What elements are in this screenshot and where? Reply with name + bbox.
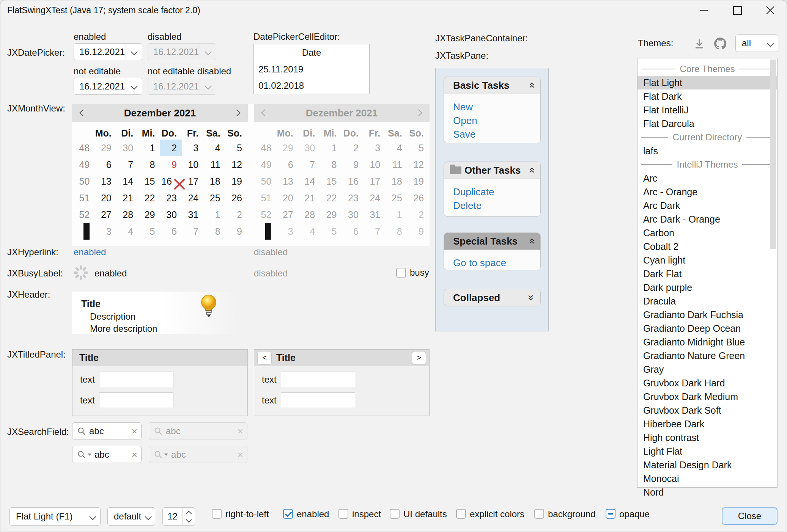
date-picker-value[interactable]: 16.12.2021 — [74, 81, 126, 92]
checkbox-opaque[interactable] — [606, 509, 615, 519]
collapse-icon[interactable]: » — [526, 82, 537, 88]
theme-item[interactable]: Cyan light — [637, 253, 777, 267]
taskpane-header[interactable]: Basic Tasks» — [444, 77, 540, 94]
text-input[interactable] — [99, 372, 173, 387]
day-cell[interactable]: 4 — [203, 140, 225, 156]
day-cell[interactable]: 2 — [160, 140, 182, 156]
theme-item[interactable]: Dracula — [637, 294, 777, 308]
date-picker-dropdown-button[interactable] — [126, 78, 142, 94]
task-link[interactable]: Duplicate — [453, 185, 540, 199]
date-picker-value[interactable]: 16.12.2021 — [74, 47, 126, 57]
theme-item[interactable]: Carbon — [637, 226, 777, 240]
maximize-button[interactable] — [725, 0, 749, 20]
month-prev-button[interactable] — [79, 110, 85, 117]
day-cell[interactable]: 30 — [160, 206, 182, 223]
theme-item[interactable]: Gradianto Midnight Blue — [637, 335, 777, 349]
close-button[interactable]: Close — [722, 507, 778, 525]
day-cell[interactable]: 29 — [138, 206, 160, 223]
day-cell[interactable]: 3 — [182, 140, 203, 156]
theme-item[interactable]: Flat Darcula — [637, 117, 777, 130]
date-picker[interactable]: 16.12.2021 — [74, 43, 142, 60]
task-link[interactable]: Delete — [453, 199, 540, 212]
style-combobox[interactable]: default — [107, 507, 155, 526]
theme-item[interactable]: Monocai — [637, 472, 777, 485]
text-input[interactable] — [99, 392, 173, 408]
day-cell[interactable]: 1 — [203, 206, 225, 223]
day-cell[interactable]: 8 — [203, 223, 225, 240]
day-cell[interactable]: 16 — [160, 173, 182, 190]
day-cell[interactable]: 28 — [116, 206, 138, 223]
search-icon[interactable] — [77, 450, 86, 459]
taskpane-header[interactable]: Other Tasks» — [444, 162, 540, 179]
search-input[interactable]: abc — [89, 426, 129, 436]
busy-checkbox[interactable] — [396, 268, 406, 278]
table-row[interactable]: 25.11.2019 — [254, 61, 369, 77]
date-column-header[interactable]: Date — [254, 44, 369, 61]
collapse-icon[interactable]: » — [526, 167, 537, 173]
theme-item[interactable]: Arc - Orange — [637, 185, 777, 199]
expand-icon[interactable]: » — [526, 295, 537, 301]
github-icon[interactable] — [713, 36, 727, 51]
theme-item[interactable]: Gradianto Deep Ocean — [637, 322, 777, 335]
minimize-button[interactable] — [692, 0, 716, 20]
day-cell[interactable]: 23 — [160, 190, 182, 206]
day-cell[interactable]: 6 — [160, 223, 182, 240]
taskpane-header[interactable]: Special Tasks» — [444, 233, 540, 250]
day-cell[interactable]: 17 — [182, 173, 203, 190]
task-link[interactable]: Save — [453, 127, 540, 141]
theme-item[interactable]: Dark Flat — [637, 267, 777, 281]
search-input[interactable]: abc — [94, 449, 129, 460]
theme-filter-combobox[interactable]: all — [735, 35, 778, 52]
download-icon[interactable] — [693, 38, 705, 50]
day-cell[interactable]: 10 — [182, 156, 203, 173]
month-next-button[interactable] — [235, 110, 241, 117]
search-field[interactable]: abc× — [72, 422, 142, 439]
taskpane-header[interactable]: Collapsed» — [444, 289, 540, 306]
checkbox-enabled[interactable] — [283, 509, 293, 519]
day-cell[interactable]: 3 — [94, 223, 116, 240]
theme-item[interactable]: Gradianto Dark Fuchsia — [637, 308, 777, 322]
theme-item[interactable]: Gray — [637, 363, 777, 376]
search-icon[interactable] — [154, 450, 163, 459]
day-cell[interactable]: 31 — [182, 206, 203, 223]
day-cell[interactable]: 21 — [116, 190, 138, 206]
day-cell[interactable]: 11 — [203, 156, 225, 173]
task-link[interactable]: Go to space — [453, 256, 540, 270]
theme-item[interactable]: Hiberbee Dark — [637, 417, 777, 431]
day-cell[interactable]: 27 — [94, 206, 116, 223]
day-cell[interactable]: 2 — [225, 206, 247, 223]
theme-item[interactable]: Gradianto Nature Green — [637, 349, 777, 363]
day-cell[interactable]: 25 — [203, 190, 225, 206]
theme-item[interactable]: Cobalt 2 — [637, 240, 777, 253]
day-cell[interactable]: 30 — [116, 140, 138, 156]
day-cell[interactable]: 4 — [116, 223, 138, 240]
text-input[interactable] — [281, 392, 355, 408]
theme-item[interactable]: Dark purple — [637, 281, 777, 294]
day-cell[interactable]: 9 — [160, 156, 182, 173]
theme-item[interactable]: lafs — [637, 144, 777, 158]
day-cell[interactable]: 12 — [225, 156, 247, 173]
checkbox-inspect[interactable] — [338, 509, 348, 519]
day-cell[interactable]: 7 — [182, 223, 203, 240]
panel-next-button[interactable]: > — [412, 351, 426, 365]
checkbox-right-to-left[interactable] — [212, 509, 222, 519]
task-link[interactable]: Open — [453, 114, 540, 127]
day-cell[interactable]: 5 — [225, 140, 247, 156]
day-cell[interactable]: 8 — [138, 156, 160, 173]
hyperlink-enabled[interactable]: enabled — [74, 247, 106, 257]
theme-item[interactable]: Flat IntelliJ — [637, 103, 777, 117]
font-size-spinner[interactable]: 12 — [162, 507, 195, 526]
theme-item[interactable]: Gruvbox Dark Soft — [637, 403, 777, 417]
spinner-buttons[interactable] — [182, 508, 195, 525]
day-cell[interactable]: 1 — [138, 140, 160, 156]
clear-search-icon[interactable]: × — [132, 450, 137, 460]
checkbox-explicit-colors[interactable] — [456, 509, 466, 519]
text-input[interactable] — [281, 372, 355, 387]
day-cell[interactable]: 18 — [203, 173, 225, 190]
table-row[interactable]: 01.02.2018 — [254, 77, 369, 94]
theme-item[interactable]: Light Flat — [637, 444, 777, 458]
date-picker-not-editable[interactable]: 16.12.2021 — [74, 78, 142, 95]
day-cell[interactable]: 20 — [94, 190, 116, 206]
day-cell[interactable]: 7 — [116, 156, 138, 173]
checkbox-background[interactable] — [534, 509, 544, 519]
